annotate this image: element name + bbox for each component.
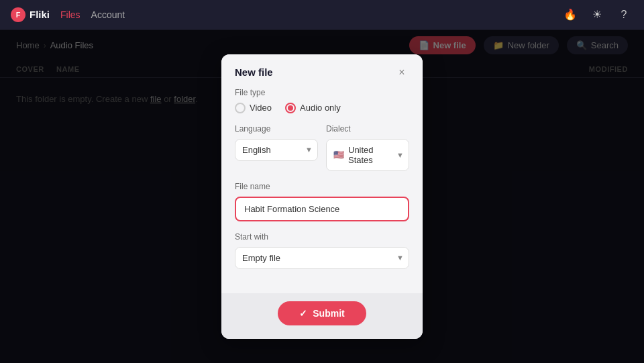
new-file-modal: New file × File type Video Audio — [221, 54, 423, 339]
main-area: Home › Audio Files 📄 New file 📁 New fold… — [0, 30, 644, 363]
modal-title: New file — [235, 66, 273, 78]
language-group: Language English Spanish French ▼ — [235, 124, 318, 171]
radio-group: Video Audio only — [235, 103, 409, 113]
video-radio-option[interactable]: Video — [235, 103, 272, 113]
start-with-label: Start with — [235, 232, 409, 242]
modal-close-button[interactable]: × — [394, 65, 409, 80]
submit-button[interactable]: ✓ Submit — [278, 301, 366, 325]
file-type-label: File type — [235, 88, 409, 97]
help-icon[interactable]: ? — [614, 5, 633, 24]
nav-icon-group: 🔥 ☀ ? — [561, 5, 633, 24]
fire-icon[interactable]: 🔥 — [561, 5, 580, 24]
dialect-select-inner: 🇺🇸 United States — [326, 139, 409, 171]
file-name-label: File name — [235, 182, 409, 191]
modal-body: File type Video Audio only — [221, 88, 423, 293]
nav-files[interactable]: Files — [60, 9, 80, 20]
start-with-select-wrapper: Empty file Template ▼ — [235, 247, 409, 269]
logo[interactable]: F Fliki — [11, 7, 50, 22]
start-with-group: Start with Empty file Template ▼ — [235, 232, 409, 269]
logo-icon: F — [11, 7, 25, 22]
submit-icon: ✓ — [299, 308, 307, 319]
modal-footer: ✓ Submit — [221, 293, 423, 339]
start-with-select[interactable]: Empty file Template — [235, 247, 409, 269]
nav-account[interactable]: Account — [91, 9, 125, 20]
file-type-group: File type Video Audio only — [235, 88, 409, 113]
dialect-value: United States — [348, 145, 390, 165]
logo-label: Fliki — [30, 9, 50, 20]
language-dialect-row: Language English Spanish French ▼ Dialec… — [235, 124, 409, 171]
dialect-select-wrapper[interactable]: 🇺🇸 United States ▼ — [326, 139, 409, 171]
dialect-label: Dialect — [326, 124, 409, 134]
sun-icon[interactable]: ☀ — [588, 5, 606, 24]
submit-label: Submit — [313, 308, 344, 319]
file-name-input[interactable] — [235, 197, 409, 221]
audio-radio-label: Audio only — [300, 103, 341, 113]
dialect-group: Dialect 🇺🇸 United States ▼ — [326, 124, 409, 171]
dialect-flag: 🇺🇸 — [333, 150, 344, 160]
modal-header: New file × — [221, 54, 423, 88]
file-name-group: File name — [235, 182, 409, 221]
audio-radio-option[interactable]: Audio only — [285, 103, 341, 113]
video-radio-label: Video — [250, 103, 272, 113]
language-label: Language — [235, 124, 318, 134]
modal-overlay: New file × File type Video Audio — [0, 30, 644, 363]
audio-radio-circle — [285, 103, 296, 113]
language-select-wrapper: English Spanish French ▼ — [235, 139, 318, 161]
navbar: F Fliki Files Account 🔥 ☀ ? — [0, 0, 644, 30]
language-select[interactable]: English Spanish French — [235, 139, 318, 161]
video-radio-circle — [235, 103, 246, 113]
